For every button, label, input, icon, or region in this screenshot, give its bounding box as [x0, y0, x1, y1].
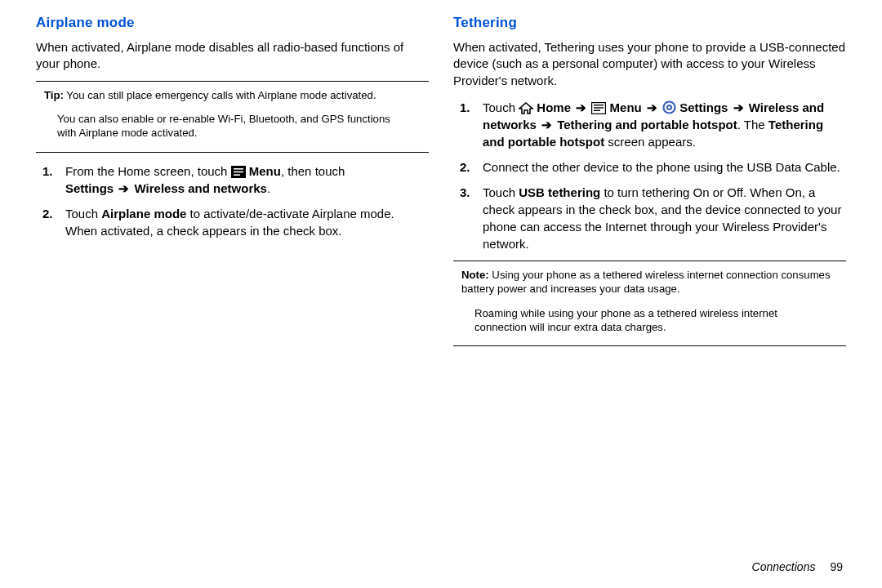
step-number: 3.: [460, 184, 483, 201]
arrow-icon: ➔: [645, 100, 659, 114]
note-box: Note: Using your phone as a tethered wir…: [453, 266, 846, 301]
home-icon: [519, 102, 533, 114]
note-label: Note:: [461, 269, 489, 281]
right-column: Tethering When activated, Tethering uses…: [453, 15, 846, 351]
arrow-icon: ➔: [117, 181, 131, 195]
wireless-label: Wireless and networks: [131, 181, 267, 195]
svg-rect-3: [234, 174, 240, 176]
step-number: 2.: [42, 205, 65, 222]
airplane-steps: 1. From the Home screen, touch Menu, the…: [42, 163, 429, 239]
note-subtext: Roaming while using your phone as a teth…: [453, 301, 846, 338]
settings-label: Settings: [679, 100, 731, 114]
svg-rect-1: [234, 168, 243, 170]
page-footer: Connections99: [752, 560, 843, 573]
airplane-mode-label: Airplane mode: [101, 207, 186, 220]
tph-label: Tethering and portable hotspot: [554, 118, 737, 131]
divider: [453, 345, 846, 346]
menu-icon: [231, 166, 246, 178]
footer-section: Connections: [752, 560, 816, 573]
airplane-mode-heading: Airplane mode: [36, 15, 429, 31]
tip-label: Tip:: [44, 89, 64, 101]
home-label: Home: [533, 100, 574, 114]
svg-marker-4: [519, 103, 532, 114]
page-number: 99: [830, 560, 843, 573]
two-column-layout: Airplane mode When activated, Airplane m…: [36, 15, 846, 351]
text: From the Home screen, touch: [65, 164, 231, 178]
svg-rect-2: [234, 171, 243, 172]
step-body: Touch Home ➔ Menu ➔ Settings ➔ Wireless …: [483, 99, 846, 150]
step-number: 2.: [460, 158, 483, 176]
tethering-heading: Tethering: [453, 15, 846, 31]
step-body: Connect the other device to the phone us…: [483, 158, 846, 176]
arrow-icon: ➔: [540, 118, 554, 131]
menu-icon: [591, 102, 606, 114]
text: The: [744, 118, 768, 131]
text: Touch: [65, 207, 101, 220]
step-item: 1. Touch Home ➔ Menu ➔ Settings ➔ Wirele…: [460, 99, 846, 150]
step-item: 2. Connect the other device to the phone…: [460, 158, 846, 176]
arrow-icon: ➔: [732, 100, 746, 114]
airplane-mode-intro: When activated, Airplane mode disables a…: [36, 39, 429, 73]
divider: [36, 152, 429, 153]
tethering-steps: 1. Touch Home ➔ Menu ➔ Settings ➔ Wirele…: [460, 99, 846, 252]
svg-rect-7: [594, 107, 604, 108]
tethering-intro: When activated, Tethering uses your phon…: [453, 39, 846, 89]
menu-label: Menu: [606, 100, 645, 114]
menu-label: Menu: [246, 164, 281, 178]
step-body: From the Home screen, touch Menu, then t…: [65, 163, 429, 197]
usb-tethering-label: USB tethering: [519, 185, 600, 199]
step-number: 1.: [42, 163, 65, 180]
step-item: 2. Touch Airplane mode to activate/de-ac…: [42, 205, 429, 239]
tip-text: You can still place emergency calls with…: [64, 89, 376, 101]
svg-point-10: [667, 105, 671, 109]
text: , then touch: [281, 164, 345, 178]
arrow-icon: ➔: [574, 100, 588, 114]
step-item: 1. From the Home screen, touch Menu, the…: [42, 163, 429, 197]
step-body: Touch Airplane mode to activate/de-activ…: [65, 205, 429, 239]
divider: [36, 81, 429, 82]
tip-box: Tip: You can still place emergency calls…: [36, 87, 429, 107]
text: .: [267, 181, 270, 195]
settings-gear-icon: [662, 100, 676, 114]
text: .: [737, 118, 744, 131]
text: Touch: [483, 185, 519, 199]
step-number: 1.: [460, 99, 483, 116]
svg-rect-6: [594, 105, 604, 105]
tip-subtext: You can also enable or re-enable Wi-Fi, …: [36, 107, 429, 144]
svg-rect-8: [594, 109, 600, 110]
text: screen appears.: [604, 135, 696, 149]
step-body: Touch USB tethering to turn tethering On…: [483, 184, 846, 252]
note-text: Using your phone as a tethered wireless …: [461, 269, 831, 295]
text: Touch: [483, 100, 519, 114]
divider: [453, 261, 846, 261]
svg-point-9: [664, 101, 675, 113]
left-column: Airplane mode When activated, Airplane m…: [36, 15, 429, 351]
step-item: 3. Touch USB tethering to turn tethering…: [460, 184, 846, 252]
settings-label: Settings: [65, 181, 117, 195]
